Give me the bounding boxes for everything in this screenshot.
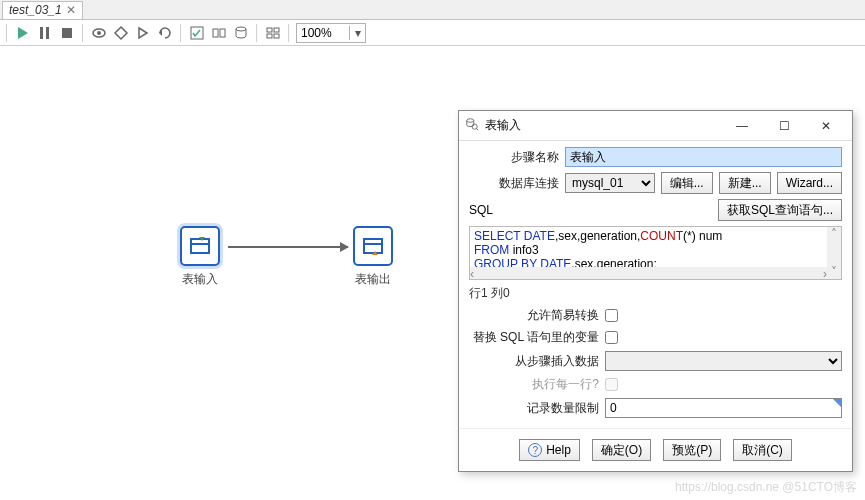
impact-icon[interactable] [210,24,228,42]
replace-vars-label: 替换 SQL 语句里的变量 [469,329,599,346]
help-icon: ? [528,443,542,457]
replay-icon[interactable] [156,24,174,42]
get-sql-button[interactable]: 获取SQL查询语句... [718,199,842,221]
toolbar: ▾ [0,20,865,46]
node-table-input[interactable]: 表输入 [180,226,220,288]
stop-icon[interactable] [58,24,76,42]
run-icon[interactable] [14,24,32,42]
db-conn-select[interactable]: mysql_01 [565,173,655,193]
allow-simple-checkbox[interactable] [605,309,618,322]
svg-rect-3 [62,28,72,38]
variable-indicator-icon[interactable] [833,399,841,407]
pause-icon[interactable] [36,24,54,42]
scrollbar-horizontal[interactable]: ‹› [470,267,827,279]
cancel-button[interactable]: 取消(C) [733,439,792,461]
db-explore-icon[interactable] [232,24,250,42]
svg-marker-0 [18,27,28,39]
svg-point-12 [236,27,246,31]
svg-point-23 [467,119,474,123]
wizard-button[interactable]: Wizard... [777,172,842,194]
limit-input[interactable] [605,398,842,418]
ok-button[interactable]: 确定(O) [592,439,651,461]
preview-button[interactable]: 预览(P) [663,439,721,461]
dialog-title: 表输入 [485,117,521,134]
edit-conn-button[interactable]: 编辑... [661,172,713,194]
svg-rect-2 [46,27,49,39]
align-icon[interactable] [264,24,282,42]
check-icon[interactable] [188,24,206,42]
svg-rect-1 [40,27,43,39]
svg-rect-10 [213,29,218,37]
db-search-icon [465,117,479,134]
node-label: 表输出 [355,271,391,288]
table-input-dialog: 表输入 — ☐ ✕ 步骤名称 数据库连接 mysql_01 编辑... 新建..… [458,110,853,472]
table-input-icon [180,226,220,266]
step-name-label: 步骤名称 [469,149,559,166]
sql-label: SQL [469,203,493,217]
svg-rect-13 [267,28,272,32]
node-label: 表输入 [182,271,218,288]
svg-point-5 [97,31,101,35]
svg-line-25 [476,128,478,130]
svg-rect-20 [364,239,382,253]
dialog-titlebar[interactable]: 表输入 — ☐ ✕ [459,111,852,141]
svg-rect-16 [274,34,279,38]
minimize-icon[interactable]: — [722,114,762,138]
preview-icon[interactable] [90,24,108,42]
debug-icon[interactable] [112,24,130,42]
node-table-output[interactable]: 表输出 [353,226,393,288]
exec-each-label: 执行每一行? [469,376,599,393]
zoom-combo[interactable]: ▾ [296,23,366,43]
svg-marker-7 [139,28,147,38]
maximize-icon[interactable]: ☐ [764,114,804,138]
play-debug-icon[interactable] [134,24,152,42]
help-button[interactable]: ? Help [519,439,580,461]
step-name-input[interactable] [565,147,842,167]
allow-simple-label: 允许简易转换 [469,307,599,324]
limit-label: 记录数量限制 [469,400,599,417]
svg-rect-11 [220,29,225,37]
from-step-label: 从步骤插入数据 [469,353,599,370]
zoom-input[interactable] [297,25,349,41]
close-icon[interactable]: ✕ [806,114,846,138]
new-conn-button[interactable]: 新建... [719,172,771,194]
svg-marker-6 [115,27,127,39]
hop-arrow[interactable] [228,246,348,248]
svg-rect-15 [267,34,272,38]
table-output-icon [353,226,393,266]
close-icon[interactable]: ✕ [66,3,76,17]
editor-tab[interactable]: test_03_1 ✕ [2,1,83,19]
cursor-status: 行1 列0 [469,285,842,302]
chevron-down-icon[interactable]: ▾ [349,26,365,40]
replace-vars-checkbox[interactable] [605,331,618,344]
svg-rect-14 [274,28,279,32]
tab-label: test_03_1 [9,3,62,17]
sql-editor[interactable]: SELECT DATE,sex,generation,COUNT(*) num … [469,226,842,280]
from-step-select[interactable] [605,351,842,371]
scrollbar-vertical[interactable]: ˄˅ [827,227,841,279]
svg-rect-17 [191,239,209,253]
exec-each-checkbox [605,378,618,391]
db-conn-label: 数据库连接 [469,175,559,192]
